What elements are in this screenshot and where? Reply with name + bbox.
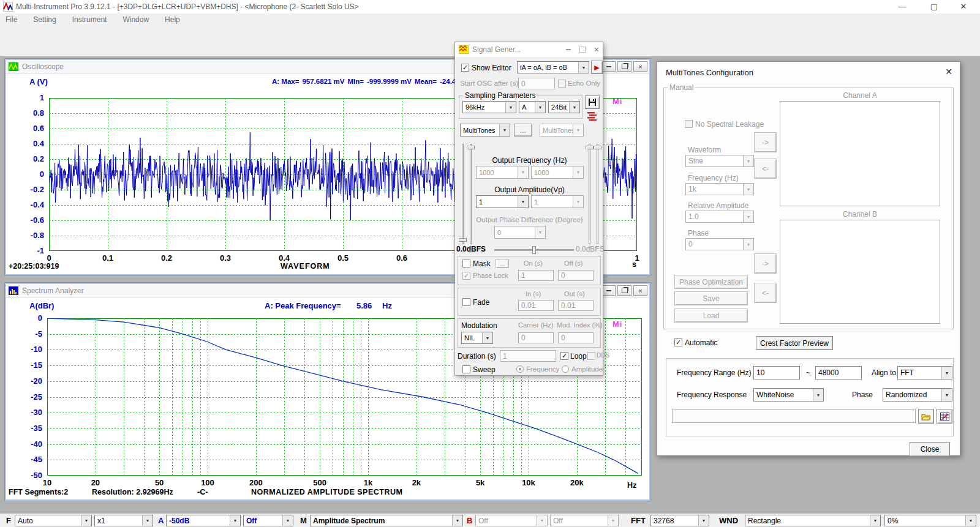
- overlap-combo[interactable]: 0%▼: [884, 515, 976, 526]
- no-spectral-leakage-checkbox[interactable]: [685, 120, 693, 128]
- align-to-combo[interactable]: FFT▼: [897, 366, 952, 379]
- menu-item-instrument[interactable]: Instrument: [72, 15, 107, 24]
- chevron-down-icon[interactable]: ▼: [698, 515, 709, 526]
- minimize-icon[interactable]: [566, 49, 571, 50]
- chevron-down-icon[interactable]: ▼: [573, 166, 583, 178]
- level-b-slider-thumb[interactable]: [586, 146, 594, 149]
- chevron-down-icon[interactable]: ▼: [573, 124, 583, 136]
- menu-item-setting[interactable]: Setting: [33, 15, 56, 24]
- waveform-a-combo[interactable]: MultiTones▼: [460, 124, 510, 136]
- balance-slider-thumb[interactable]: [532, 246, 536, 254]
- generator-run-button[interactable]: ▶: [591, 61, 603, 74]
- minimize-button[interactable]: —: [888, 0, 916, 13]
- freq-response-combo[interactable]: WhiteNoise▼: [753, 388, 824, 402]
- chevron-down-icon[interactable]: ▼: [537, 515, 547, 526]
- chevron-down-icon[interactable]: ▼: [743, 155, 753, 166]
- add-tone-a-button[interactable]: ->: [754, 132, 777, 152]
- mask-checkbox[interactable]: [462, 260, 470, 267]
- chevron-down-icon[interactable]: ▼: [230, 515, 240, 526]
- gen-bits-combo[interactable]: 24Bit▼: [548, 101, 580, 113]
- sweep-checkbox[interactable]: [462, 365, 470, 373]
- level-a-slider-thumb[interactable]: [459, 238, 467, 242]
- waveform-combo[interactable]: Sine▼: [685, 155, 754, 167]
- duration-input[interactable]: 1: [500, 350, 556, 362]
- menu-item-window[interactable]: Window: [123, 15, 149, 24]
- gen-save-button[interactable]: [585, 95, 600, 109]
- mask-on-input[interactable]: 1: [518, 270, 554, 281]
- mode-combo[interactable]: Amplitude Spectrum▼: [310, 515, 463, 526]
- chevron-down-icon[interactable]: ▼: [941, 389, 952, 401]
- dds-checkbox[interactable]: [587, 352, 595, 360]
- chevron-down-icon[interactable]: ▼: [499, 124, 510, 136]
- close-icon[interactable]: ✕: [945, 67, 952, 77]
- save-button[interactable]: Save: [674, 291, 748, 305]
- echo-only-checkbox[interactable]: [558, 80, 566, 88]
- maximize-button[interactable]: ▢: [920, 0, 948, 13]
- chevron-down-icon[interactable]: ▼: [518, 196, 528, 207]
- chevron-down-icon[interactable]: ▼: [870, 515, 880, 526]
- load-button[interactable]: Load: [674, 308, 748, 323]
- mod-index-input[interactable]: 0: [558, 332, 594, 343]
- restore-icon[interactable]: [617, 285, 631, 296]
- close-icon[interactable]: ×: [633, 61, 647, 72]
- chevron-down-icon[interactable]: ▼: [482, 332, 492, 343]
- chevron-down-icon[interactable]: ▼: [452, 515, 462, 526]
- chevron-down-icon[interactable]: ▼: [535, 102, 545, 113]
- multitones-editor-icon[interactable]: [586, 111, 597, 121]
- close-button[interactable]: ✕: [949, 0, 978, 13]
- edit-table-button[interactable]: [937, 409, 952, 424]
- chevron-down-icon[interactable]: ▼: [505, 102, 516, 113]
- multitones-title-bar[interactable]: MultiTones Configuration ✕: [657, 62, 960, 83]
- freq-max-input[interactable]: 48000: [815, 366, 862, 379]
- channel-b-listbox[interactable]: [780, 220, 940, 324]
- phase-lock-checkbox[interactable]: ✓: [462, 272, 470, 280]
- amp-a-combo[interactable]: 1▼: [476, 195, 529, 208]
- range-b-combo[interactable]: Off▼: [475, 515, 548, 526]
- maximize-icon[interactable]: [579, 47, 586, 53]
- chevron-down-icon[interactable]: ▼: [743, 239, 753, 250]
- restore-icon[interactable]: [617, 61, 631, 72]
- menu-item-file[interactable]: File: [6, 15, 17, 24]
- frequency-combo[interactable]: 1k▼: [685, 183, 754, 195]
- wave-editor-button[interactable]: ...: [514, 124, 532, 136]
- loop-checkbox[interactable]: ✓: [560, 352, 568, 360]
- fft-size-combo[interactable]: 32768▼: [650, 515, 709, 526]
- start-osc-input[interactable]: 0: [518, 78, 555, 89]
- close-dialog-button[interactable]: Close: [910, 442, 950, 457]
- refresh-combo[interactable]: Auto▼: [15, 515, 92, 526]
- show-editor-checkbox[interactable]: ✓: [461, 64, 469, 72]
- filter-a-combo[interactable]: Off▼: [243, 515, 293, 526]
- crest-factor-preview-button[interactable]: Crest Factor Preview: [756, 336, 833, 350]
- phase2-combo[interactable]: Randomized▼: [883, 388, 952, 402]
- chevron-down-icon[interactable]: ▼: [282, 515, 293, 526]
- sweep-frequency-radio[interactable]: [516, 365, 524, 373]
- gen-rate-combo[interactable]: 96kHz▼: [462, 101, 516, 113]
- channel-a-listbox[interactable]: [780, 101, 940, 206]
- relative-amplitude-combo[interactable]: 1.0▼: [685, 211, 754, 223]
- chevron-down-icon[interactable]: ▼: [142, 515, 153, 526]
- chevron-down-icon[interactable]: ▼: [518, 166, 528, 178]
- file-path-input[interactable]: [672, 409, 916, 423]
- level-b2-slider-thumb[interactable]: [594, 146, 601, 149]
- freq-a-combo[interactable]: 1000▼: [476, 166, 529, 179]
- waveform-b-combo[interactable]: MultiTones▼: [540, 124, 584, 136]
- automatic-checkbox[interactable]: ✓: [674, 338, 682, 346]
- remove-tone-b-button[interactable]: <-: [754, 283, 777, 303]
- add-tone-b-button[interactable]: ->: [754, 253, 777, 274]
- routing-combo[interactable]: iA = oA, iB = oB▼: [517, 61, 589, 73]
- minimize-icon[interactable]: [601, 61, 616, 72]
- phase-combo[interactable]: 0▼: [685, 238, 754, 250]
- menu-item-help[interactable]: Help: [165, 15, 180, 24]
- gen-channel-combo[interactable]: A▼: [519, 101, 546, 113]
- phase-optimization-button[interactable]: Phase Optimization: [674, 275, 748, 289]
- chevron-down-icon[interactable]: ▼: [743, 211, 753, 222]
- chevron-down-icon[interactable]: ▼: [608, 515, 618, 526]
- phase-diff-combo[interactable]: 0▼: [494, 226, 546, 239]
- freq-min-input[interactable]: 10: [753, 366, 800, 379]
- chevron-down-icon[interactable]: ▼: [81, 515, 91, 526]
- level-a2-slider-thumb[interactable]: [467, 146, 475, 149]
- chevron-down-icon[interactable]: ▼: [965, 515, 976, 526]
- carrier-input[interactable]: 0: [518, 332, 554, 343]
- window-function-combo[interactable]: Rectangle▼: [745, 515, 881, 526]
- chevron-down-icon[interactable]: ▼: [941, 367, 952, 379]
